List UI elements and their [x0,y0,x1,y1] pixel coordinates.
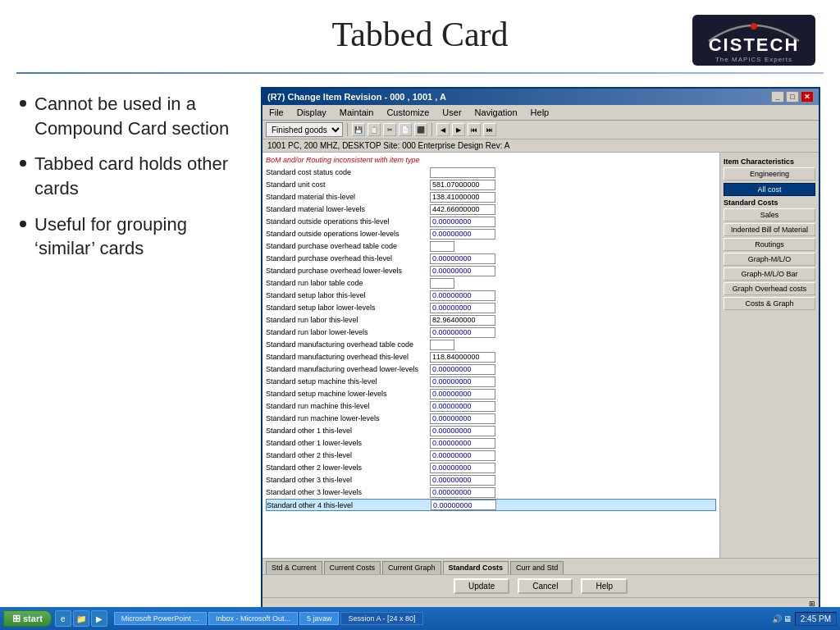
menu-customize[interactable]: Customize [383,107,432,118]
menu-maintain[interactable]: Maintain [336,107,377,118]
form-input-5[interactable] [430,229,495,240]
tab-standard-costs[interactable]: Standard Costs [443,561,509,574]
form-label-0: Standard cost status code [266,168,430,176]
form-label-24: Standard other 2 lower-levels [266,463,430,472]
taskbar-icon-folder[interactable]: 📁 [73,610,89,627]
update-button[interactable]: Update [454,578,509,594]
form-row-22: Standard other 1 lower-levels [266,437,716,449]
menu-file[interactable]: File [266,107,287,118]
form-label-18: Standard setup machine lower-levels [266,390,430,398]
form-input-7[interactable] [430,253,495,264]
toolbar-btn-6[interactable]: ◀ [436,123,450,136]
taskbar-app-session[interactable]: Session A - [24 x 80] [340,612,422,625]
form-input-0[interactable] [430,167,495,178]
menu-display[interactable]: Display [294,107,330,118]
form-input-13[interactable] [430,327,495,338]
logo-sub-text: The MAPICS Experts [715,56,792,63]
toolbar-btn-5[interactable]: ⬛ [414,123,427,136]
form-input-24[interactable] [430,463,495,473]
form-label-19: Standard run machine this-level [266,402,430,410]
tab-current-graph[interactable]: Current Graph [382,561,441,574]
form-label-13: Standard run labor lower-levels [266,328,430,336]
toolbar-btn-8[interactable]: ⏮ [468,123,481,136]
form-row-24: Standard other 2 lower-levels [266,462,716,473]
panel-btn-graph-mlo[interactable]: Graph-M/L/O [724,253,815,266]
form-label-12: Standard run labor this-level [266,316,430,324]
taskbar-icon-ie[interactable]: e [55,610,71,627]
form-input-19[interactable] [430,401,495,412]
panel-btn-all-cost[interactable]: All cost [724,183,815,196]
help-button[interactable]: Help [581,578,628,594]
form-label-23: Standard other 2 this-level [266,451,430,459]
taskbar-volume-icon: 🔊 [772,614,782,623]
form-input-27[interactable] [431,500,496,510]
form-input-12[interactable] [430,315,495,326]
panel-btn-costs-graph[interactable]: Costs & Graph [724,297,815,310]
close-button[interactable]: ✕ [801,91,814,103]
panel-btn-indented-bom[interactable]: Indented Bill of Material [724,223,815,236]
info-bar: 1001 PC, 200 MHZ, DESKTOP Site: 000 Ente… [262,139,819,153]
maximize-button[interactable]: □ [786,91,799,103]
panel-btn-graph-mlo-bar[interactable]: Graph-M/L/O Bar [724,267,815,281]
panel-btn-graph-overhead[interactable]: Graph Overhead costs [724,282,815,295]
toolbar-btn-2[interactable]: 📋 [368,123,381,136]
form-input-11[interactable] [430,303,495,313]
panel-btn-sales[interactable]: Sales [724,208,815,221]
form-input-8[interactable] [430,266,495,276]
form-label-8: Standard purchase overhead lower-levels [266,267,430,275]
toolbar: Finished goods 💾 📋 ✂ 📄 ⬛ ◀ ▶ ⏮ ⏭ [262,121,819,139]
form-input-2[interactable] [430,192,495,203]
form-input-22[interactable] [430,438,495,449]
form-row-0: Standard cost status code [266,167,716,178]
form-input-14[interactable] [430,340,454,350]
form-label-6: Standard purchase overhead table code [266,242,430,250]
form-label-2: Standard material this-level [266,193,430,201]
page-title: Tabbed Card [156,15,684,54]
tab-curr-and-std[interactable]: Curr and Std [510,561,564,574]
toolbar-btn-7[interactable]: ▶ [452,123,465,136]
tab-std-current[interactable]: Std & Current [266,561,322,574]
menu-navigation[interactable]: Navigation [472,107,521,118]
form-input-3[interactable] [430,204,495,215]
bullet-list: Cannot be used in a Compound Card sectio… [20,87,241,610]
form-input-4[interactable] [430,217,495,227]
form-input-23[interactable] [430,450,495,461]
main-content: Cannot be used in a Compound Card sectio… [0,74,840,614]
form-input-26[interactable] [430,487,495,498]
form-row-8: Standard purchase overhead lower-levels [266,265,716,276]
panel-btn-engineering[interactable]: Engineering [724,167,815,180]
category-dropdown[interactable]: Finished goods [266,122,343,137]
form-input-10[interactable] [430,290,495,301]
taskbar-app-javaw[interactable]: 5 javaw [299,612,340,625]
win-tabs: Std & Current Current Costs Current Grap… [262,558,819,574]
taskbar-icon-media[interactable]: ▶ [91,610,107,627]
logo-area: CISTECH The MAPICS Experts [684,15,815,66]
form-input-6[interactable] [430,241,454,252]
menu-help[interactable]: Help [527,107,553,118]
form-input-18[interactable] [430,389,495,399]
cancel-button[interactable]: Cancel [518,578,573,594]
start-button[interactable]: ⊞ start [3,610,52,627]
form-input-15[interactable] [430,352,495,363]
form-input-9[interactable] [430,278,454,289]
toolbar-btn-1[interactable]: 💾 [352,123,365,136]
toolbar-btn-3[interactable]: ✂ [383,123,396,136]
form-area[interactable]: BoM and/or Routing inconsistent with ite… [262,153,720,558]
toolbar-btn-9[interactable]: ⏭ [483,123,496,136]
taskbar-app-powerpoint[interactable]: Microsoft PowerPoint ... [114,612,207,625]
win-titlebar: (R7) Change Item Revision - 000 , 1001 ,… [262,89,819,105]
header: Tabbed Card CISTECH The MAPICS Experts [0,0,840,72]
tab-current-costs[interactable]: Current Costs [324,561,381,574]
menu-user[interactable]: User [439,107,464,118]
toolbar-btn-4[interactable]: 📄 [399,123,412,136]
panel-btn-routings[interactable]: Routings [724,238,815,251]
form-input-20[interactable] [430,413,495,424]
form-input-21[interactable] [430,426,495,436]
form-input-1[interactable] [430,180,495,190]
form-row-1: Standard unit cost [266,179,716,190]
taskbar-app-outlook[interactable]: Inbox - Microsoft Out... [208,612,298,625]
form-input-16[interactable] [430,364,495,375]
form-input-25[interactable] [430,475,495,486]
minimize-button[interactable]: _ [771,91,784,103]
form-input-17[interactable] [430,377,495,387]
